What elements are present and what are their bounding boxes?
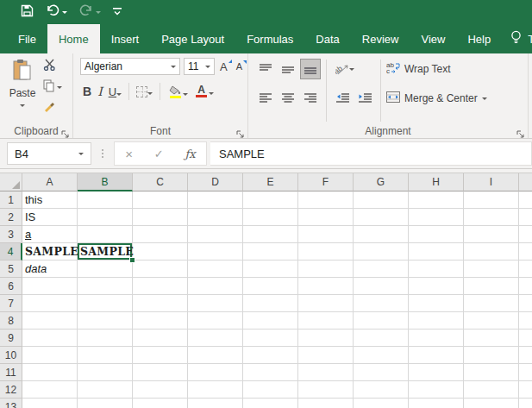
cell-partial-7[interactable]: [519, 295, 532, 312]
orientation-button[interactable]: ab: [332, 59, 358, 79]
cell-partial-11[interactable]: [519, 364, 532, 381]
cell-D7[interactable]: [188, 295, 243, 312]
cell-I2[interactable]: [464, 209, 519, 226]
redo-dropdown-icon[interactable]: [96, 11, 101, 16]
align-center-button[interactable]: [278, 88, 298, 109]
cell-partial-10[interactable]: [519, 347, 532, 364]
cell-partial-2[interactable]: [519, 209, 532, 226]
cell-B6[interactable]: [78, 278, 133, 295]
cell-H8[interactable]: [409, 312, 464, 330]
increase-indent-button[interactable]: [354, 88, 375, 109]
cell-D6[interactable]: [188, 278, 243, 295]
undo-button[interactable]: [46, 4, 67, 20]
row-header-13[interactable]: 13: [0, 399, 22, 408]
cell-G1[interactable]: [354, 191, 409, 209]
decrease-indent-button[interactable]: [332, 88, 353, 109]
tab-page-layout[interactable]: Page Layout: [150, 24, 235, 53]
cell-I10[interactable]: [464, 347, 519, 364]
cell-B9[interactable]: [78, 330, 133, 347]
cell-partial-9[interactable]: [519, 330, 532, 347]
undo-dropdown-icon[interactable]: [62, 11, 67, 16]
wrap-text-button[interactable]: abc Wrap Text: [386, 58, 487, 80]
cut-button[interactable]: [43, 59, 62, 74]
enter-icon[interactable]: ✓: [154, 148, 164, 160]
cell-F11[interactable]: [298, 364, 354, 381]
cell-G5[interactable]: [354, 260, 409, 278]
cell-F6[interactable]: [298, 278, 354, 295]
cell-A5[interactable]: data: [22, 260, 78, 278]
cell-B5[interactable]: [78, 260, 133, 278]
cell-B11[interactable]: [78, 364, 133, 381]
cell-I11[interactable]: [464, 364, 519, 381]
cell-C8[interactable]: [133, 312, 188, 330]
cell-F8[interactable]: [298, 312, 354, 330]
cell-D5[interactable]: [188, 260, 243, 278]
cell-A11[interactable]: [22, 364, 78, 381]
column-header-partial[interactable]: [519, 173, 532, 191]
cell-E9[interactable]: [243, 330, 298, 347]
cell-F9[interactable]: [298, 330, 354, 347]
cell-F7[interactable]: [298, 295, 354, 312]
cell-A1[interactable]: this: [22, 191, 78, 209]
cell-G7[interactable]: [354, 295, 409, 312]
cell-H10[interactable]: [409, 347, 464, 364]
row-header-2[interactable]: 2: [0, 209, 22, 226]
cell-E8[interactable]: [243, 312, 298, 330]
cell-A9[interactable]: [22, 330, 78, 347]
cell-G9[interactable]: [354, 330, 409, 347]
tab-view[interactable]: View: [410, 24, 456, 53]
font-color-button[interactable]: A: [191, 85, 216, 98]
cell-B12[interactable]: [78, 381, 133, 399]
cell-G2[interactable]: [354, 209, 409, 226]
clipboard-dialog-launcher[interactable]: [61, 127, 70, 135]
cell-I4[interactable]: [464, 243, 519, 260]
format-painter-button[interactable]: [43, 100, 62, 116]
paste-dropdown-icon[interactable]: [20, 104, 25, 110]
cell-F5[interactable]: [298, 260, 354, 278]
font-color-dropdown-icon[interactable]: [209, 92, 214, 97]
fill-handle[interactable]: [130, 258, 135, 262]
name-box-dropdown-icon[interactable]: [78, 153, 84, 158]
shrink-font-button[interactable]: A: [233, 61, 246, 72]
cell-partial-4[interactable]: [519, 243, 532, 260]
cell-B4[interactable]: SAMPLE: [78, 243, 133, 260]
cell-B3[interactable]: [78, 226, 133, 243]
cell-A4[interactable]: SAMPLE: [22, 243, 78, 260]
cell-I3[interactable]: [464, 226, 519, 243]
font-size-dropdown-icon[interactable]: [205, 66, 210, 71]
row-header-7[interactable]: 7: [0, 295, 22, 312]
align-left-button[interactable]: [255, 88, 276, 109]
select-all-button[interactable]: [0, 173, 22, 191]
cell-B13[interactable]: [78, 399, 133, 408]
customize-qat-button[interactable]: [113, 4, 122, 20]
cell-H7[interactable]: [409, 295, 464, 312]
cell-E1[interactable]: [243, 191, 298, 209]
cell-I1[interactable]: [464, 191, 519, 209]
cell-F12[interactable]: [298, 381, 354, 399]
column-header-F[interactable]: F: [298, 173, 354, 191]
cell-partial-3[interactable]: [519, 226, 532, 243]
cell-H3[interactable]: [409, 226, 464, 243]
cell-B7[interactable]: [78, 295, 133, 312]
cell-A13[interactable]: [22, 399, 78, 408]
tab-file[interactable]: File: [7, 24, 47, 53]
row-header-9[interactable]: 9: [0, 330, 22, 347]
cell-B1[interactable]: [78, 191, 133, 209]
cell-I13[interactable]: [464, 399, 519, 408]
name-box[interactable]: B4: [7, 142, 91, 165]
cell-H9[interactable]: [409, 330, 464, 347]
cell-A8[interactable]: [22, 312, 78, 330]
cell-E7[interactable]: [243, 295, 298, 312]
cell-C9[interactable]: [133, 330, 188, 347]
formula-input[interactable]: SAMPLE: [210, 141, 532, 166]
cell-G11[interactable]: [354, 364, 409, 381]
formula-bar-splitter[interactable]: [102, 149, 103, 158]
row-header-3[interactable]: 3: [0, 226, 22, 243]
italic-button[interactable]: I: [95, 84, 105, 99]
column-header-C[interactable]: C: [133, 173, 188, 191]
tab-help[interactable]: Help: [456, 24, 502, 53]
fill-color-button[interactable]: [165, 85, 191, 99]
cell-A12[interactable]: [22, 381, 78, 399]
orientation-dropdown-icon[interactable]: [349, 68, 354, 73]
cell-H11[interactable]: [409, 364, 464, 381]
